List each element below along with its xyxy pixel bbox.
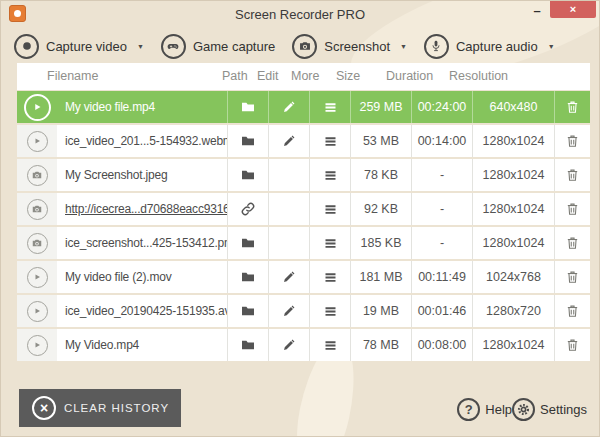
table-row[interactable]: ice_video_201...5-154932.webm 53 MB 00:1… xyxy=(17,125,590,157)
open-folder-button[interactable] xyxy=(227,159,268,191)
open-folder-button[interactable] xyxy=(227,91,268,123)
camera-icon xyxy=(292,34,317,59)
column-header-resolution: Resolution xyxy=(449,63,508,90)
more-button[interactable] xyxy=(309,329,350,361)
delete-button[interactable] xyxy=(554,329,590,361)
pencil-icon[interactable] xyxy=(268,329,309,361)
size-cell: 78 MB xyxy=(350,329,411,361)
column-header-duration: Duration xyxy=(386,63,433,90)
pencil-icon[interactable] xyxy=(268,295,309,327)
title-bar: Screen Recorder PRO – × xyxy=(1,1,599,29)
delete-button[interactable] xyxy=(554,159,590,191)
delete-button[interactable] xyxy=(554,295,590,327)
size-cell: 92 KB xyxy=(350,193,411,225)
toolbar-game-capture-button[interactable]: Game capture xyxy=(161,34,275,59)
camera-icon[interactable] xyxy=(27,199,48,220)
size-cell: 181 MB xyxy=(350,261,411,293)
play-icon[interactable] xyxy=(27,267,48,288)
open-folder-button[interactable] xyxy=(227,125,268,157)
more-button[interactable] xyxy=(309,261,350,293)
delete-button[interactable] xyxy=(554,261,590,293)
more-button[interactable] xyxy=(309,125,350,157)
pencil-icon[interactable] xyxy=(268,125,309,157)
duration-cell: 00:11:49 xyxy=(411,261,472,293)
filename-cell: My Video.mp4 xyxy=(57,329,227,361)
media-cell xyxy=(17,261,57,293)
toolbar-screenshot-button[interactable]: Screenshot ▼ xyxy=(292,34,407,59)
delete-button[interactable] xyxy=(554,193,590,225)
open-link-button[interactable] xyxy=(227,193,268,225)
column-header-path: Path xyxy=(222,63,248,90)
table-row[interactable]: My Screenshot.jpeg 78 KB - 1280x1024 xyxy=(17,159,590,191)
resolution-cell: 1024x768 xyxy=(472,261,554,293)
delete-button[interactable] xyxy=(554,227,590,259)
open-folder-button[interactable] xyxy=(227,329,268,361)
clear-history-button[interactable]: × CLEAR HISTORY xyxy=(19,389,181,427)
play-icon[interactable] xyxy=(27,335,48,356)
gear-icon xyxy=(512,398,535,421)
pencil-icon[interactable] xyxy=(268,91,309,123)
x-circle-icon: × xyxy=(32,396,56,420)
duration-cell: - xyxy=(411,227,472,259)
media-cell xyxy=(17,193,57,225)
table-body: My video file.mp4 259 MB 00:24:00 640x48… xyxy=(17,91,590,361)
camera-icon[interactable] xyxy=(27,165,48,186)
resolution-cell: 1280x1024 xyxy=(472,125,554,157)
camera-icon[interactable] xyxy=(27,233,48,254)
media-cell xyxy=(17,125,57,157)
media-cell xyxy=(17,159,57,191)
table-row[interactable]: My Video.mp4 78 MB 00:08:00 1280x1024 xyxy=(17,329,590,361)
settings-label: Settings xyxy=(540,402,587,417)
table-row[interactable]: My video file (2).mov 181 MB 00:11:49 10… xyxy=(17,261,590,293)
filename-cell[interactable]: http://icecrea...d70688eacc9316 xyxy=(57,193,227,225)
open-folder-button[interactable] xyxy=(227,295,268,327)
close-button[interactable]: × xyxy=(550,1,596,18)
question-icon: ? xyxy=(457,398,480,421)
play-icon[interactable] xyxy=(24,94,51,121)
help-button[interactable]: ? Help xyxy=(457,398,512,421)
media-cell xyxy=(17,91,57,123)
chevron-down-icon: ▼ xyxy=(400,43,407,50)
table-row[interactable]: ice_screenshot...425-153412.png 185 KB -… xyxy=(17,227,590,259)
settings-button[interactable]: Settings xyxy=(512,398,587,421)
filename-cell: My video file (2).mov xyxy=(57,261,227,293)
resolution-cell: 1280x1024 xyxy=(472,193,554,225)
resolution-cell: 1280x1024 xyxy=(472,227,554,259)
app-logo-icon xyxy=(9,5,26,22)
delete-button[interactable] xyxy=(554,125,590,157)
app-window: Screen Recorder PRO – × Capture video ▼ … xyxy=(0,0,600,437)
microphone-icon xyxy=(424,34,449,59)
size-cell: 19 MB xyxy=(350,295,411,327)
delete-button[interactable] xyxy=(554,91,590,123)
column-header-edit: Edit xyxy=(257,63,279,90)
open-folder-button[interactable] xyxy=(227,261,268,293)
toolbar-capture-video-button[interactable]: Capture video ▼ xyxy=(14,34,144,59)
more-button[interactable] xyxy=(309,91,350,123)
more-button[interactable] xyxy=(309,295,350,327)
pencil-icon[interactable] xyxy=(268,261,309,293)
size-cell: 185 KB xyxy=(350,227,411,259)
size-cell: 53 MB xyxy=(350,125,411,157)
chevron-down-icon: ▼ xyxy=(137,43,144,50)
gamepad-icon xyxy=(161,34,186,59)
more-button[interactable] xyxy=(309,227,350,259)
window-title: Screen Recorder PRO xyxy=(1,1,599,29)
filename-cell: ice_screenshot...425-153412.png xyxy=(57,227,227,259)
resolution-cell: 1280x1024 xyxy=(472,329,554,361)
edit-button xyxy=(268,193,309,225)
table-row[interactable]: ice_video_20190425-151935.avi 19 MB 00:0… xyxy=(17,295,590,327)
open-folder-button[interactable] xyxy=(227,227,268,259)
table-row[interactable]: http://icecrea...d70688eacc9316 92 KB - … xyxy=(17,193,590,225)
more-button[interactable] xyxy=(309,159,350,191)
minimize-button[interactable]: – xyxy=(527,2,547,22)
duration-cell: 00:01:46 xyxy=(411,295,472,327)
toolbar-capture-audio-button[interactable]: Capture audio ▼ xyxy=(424,34,555,59)
play-icon[interactable] xyxy=(27,301,48,322)
chevron-down-icon: ▼ xyxy=(548,43,555,50)
duration-cell: 00:14:00 xyxy=(411,125,472,157)
play-icon[interactable] xyxy=(27,131,48,152)
media-cell xyxy=(17,295,57,327)
resolution-cell: 640x480 xyxy=(472,91,554,123)
more-button[interactable] xyxy=(309,193,350,225)
table-row[interactable]: My video file.mp4 259 MB 00:24:00 640x48… xyxy=(17,91,590,123)
